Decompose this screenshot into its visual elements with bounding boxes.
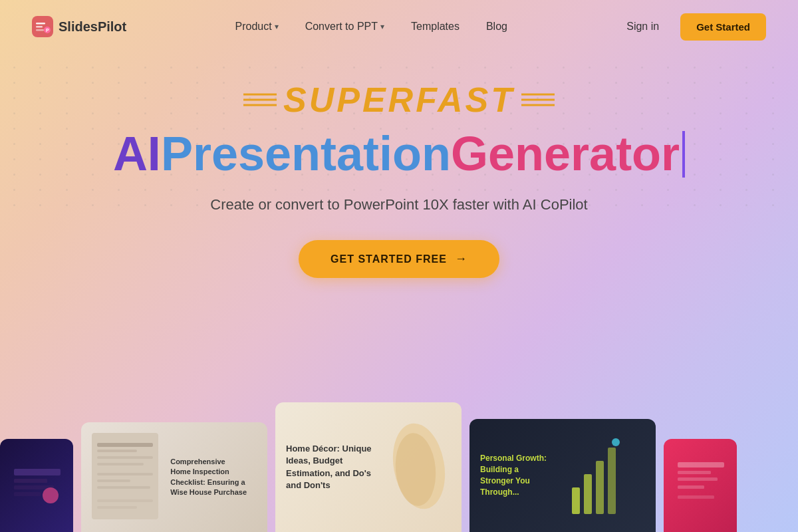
superfast-heading: SUPERFAST: [283, 80, 515, 120]
svg-rect-14: [97, 456, 153, 459]
svg-point-27: [612, 438, 620, 446]
card-3-image: [382, 413, 451, 521]
logo-icon: P: [32, 16, 53, 37]
preview-card-2: ComprehensiveHome InspectionChecklist: E…: [81, 422, 267, 532]
svg-rect-3: [36, 29, 44, 31]
card-3-text: Home Décor: UniqueIdeas, BudgetEstimatio…: [286, 413, 376, 521]
nav-convert[interactable]: Convert to PPT ▾: [295, 15, 395, 38]
svg-rect-32: [678, 495, 714, 499]
nav-actions: Sign in Get Started: [616, 13, 766, 41]
svg-rect-7: [14, 479, 47, 483]
nav-templates-label: Templates: [411, 21, 460, 33]
nav-convert-label: Convert to PPT: [305, 21, 378, 33]
card-1-content: [0, 439, 73, 532]
hero-section: SUPERFAST AI Presentation Generator Crea…: [0, 53, 798, 278]
svg-rect-24: [584, 474, 592, 514]
card-4-title: Personal Growth:Building aStronger YouTh…: [480, 453, 560, 497]
svg-rect-16: [97, 473, 153, 475]
nav-templates[interactable]: Templates: [400, 15, 470, 38]
arrow-right-icon: →: [455, 252, 467, 266]
svg-rect-23: [572, 487, 580, 514]
nav-product-label: Product: [235, 21, 272, 33]
card-4-text: Personal Growth:Building aStronger YouTh…: [480, 453, 560, 497]
card-3-title: Home Décor: UniqueIdeas, BudgetEstimatio…: [286, 443, 376, 491]
heading-generator: Generator: [451, 128, 680, 180]
card-2-title: ComprehensiveHome InspectionChecklist: E…: [170, 457, 257, 498]
svg-rect-20: [97, 506, 137, 509]
svg-rect-6: [14, 469, 61, 475]
svg-text:P: P: [46, 28, 49, 33]
preview-card-1: [0, 439, 73, 532]
svg-rect-1: [36, 23, 45, 25]
preview-card-5: [664, 439, 737, 532]
cta-button[interactable]: GET STARTED FREE →: [299, 240, 499, 278]
preview-card-3: Home Décor: UniqueIdeas, BudgetEstimatio…: [275, 402, 462, 532]
svg-rect-29: [678, 471, 711, 474]
svg-rect-26: [608, 448, 616, 514]
svg-rect-25: [596, 461, 604, 514]
card-4-image: [565, 428, 645, 523]
chevron-down-icon: ▾: [275, 22, 279, 31]
nav-blog[interactable]: Blog: [475, 15, 518, 38]
svg-rect-28: [678, 462, 724, 467]
svg-rect-30: [678, 477, 718, 481]
nav-blog-label: Blog: [486, 21, 507, 33]
nav-links: Product ▾ Convert to PPT ▾ Templates Blo…: [225, 15, 518, 38]
logo[interactable]: P SlidesPilot: [32, 16, 126, 37]
svg-rect-17: [97, 479, 130, 482]
sign-in-button[interactable]: Sign in: [616, 15, 670, 38]
heading-presentation: Presentation: [161, 128, 451, 180]
svg-rect-12: [97, 443, 153, 447]
card-5-content: [664, 439, 737, 532]
svg-rect-31: [678, 485, 704, 489]
cursor-blink: [682, 131, 685, 178]
svg-rect-9: [14, 492, 41, 496]
svg-rect-18: [97, 486, 150, 489]
svg-rect-2: [36, 26, 43, 28]
heading-ai: AI: [113, 128, 161, 180]
card-5-visual: [674, 459, 728, 512]
card-2-text: ComprehensiveHome InspectionChecklist: E…: [170, 433, 257, 521]
svg-rect-19: [97, 499, 153, 502]
hero-subtitle: Create or convert to PowerPoint 10X fast…: [210, 196, 587, 213]
svg-rect-13: [97, 450, 137, 452]
get-started-nav-button[interactable]: Get Started: [680, 13, 766, 41]
cta-label: GET STARTED FREE: [331, 253, 447, 265]
card-1-visual: [11, 466, 64, 505]
card-2-image: [92, 433, 164, 521]
svg-rect-15: [97, 463, 144, 466]
navbar: P SlidesPilot Product ▾ Convert to PPT ▾…: [0, 0, 798, 53]
main-heading: AI Presentation Generator: [113, 128, 685, 180]
svg-rect-0: [32, 16, 53, 37]
nav-product[interactable]: Product ▾: [225, 15, 289, 38]
svg-point-10: [43, 487, 59, 503]
logo-text: SlidesPilot: [59, 19, 126, 35]
chevron-down-icon: ▾: [380, 22, 384, 31]
preview-card-4: Personal Growth:Building aStronger YouTh…: [469, 419, 656, 532]
preview-cards-row: ComprehensiveHome InspectionChecklist: E…: [0, 386, 798, 532]
